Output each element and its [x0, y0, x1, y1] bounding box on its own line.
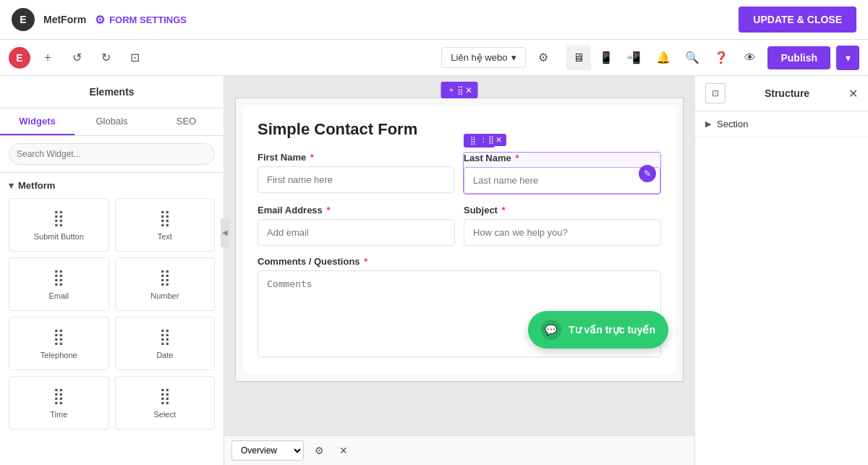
widget-time[interactable]: ⣿ Time — [9, 376, 109, 430]
right-panel-header: ⊡ Structure ✕ — [695, 76, 868, 111]
page-name-label: Liên hệ webo — [451, 52, 507, 63]
last-name-input[interactable] — [464, 167, 660, 194]
widget-select[interactable]: ⣿ Select — [115, 376, 216, 430]
form-close-icon[interactable]: ✕ — [465, 85, 472, 95]
last-name-x-icon[interactable]: ✕ — [495, 135, 502, 145]
form-drag-icon[interactable]: ⣿ — [457, 85, 464, 95]
redo-button[interactable]: ↻ — [94, 46, 117, 69]
form-title: Simple Contact Form — [258, 120, 661, 139]
canvas-area: ＋ ⣿ ✕ Simple Contact Form First Name * — [224, 76, 694, 465]
last-name-group: ⣿ ✕ ⣿ ✕ Last Name * — [463, 152, 661, 195]
responsive-button[interactable]: ⊡ — [123, 46, 146, 69]
main-layout: Elements Widgets Globals SEO Metform ⣿ S… — [0, 76, 868, 465]
first-name-required: * — [310, 152, 314, 163]
search-widget-input[interactable] — [9, 143, 215, 165]
tab-row: Widgets Globals SEO — [0, 108, 224, 136]
tab-seo[interactable]: SEO — [149, 108, 224, 135]
number-widget-icon: ⣿ — [159, 268, 171, 287]
widget-email[interactable]: ⣿ Email — [9, 257, 109, 311]
eye-button[interactable]: 👁 — [739, 46, 762, 69]
canvas-frame: Simple Contact Form First Name * — [235, 98, 684, 382]
email-required: * — [326, 205, 330, 216]
subject-input[interactable] — [464, 219, 661, 246]
widget-date[interactable]: ⣿ Date — [115, 317, 216, 370]
right-panel: ⊡ Structure ✕ ▶ Section — [694, 76, 868, 465]
select-widget-icon: ⣿ — [159, 387, 171, 406]
elementor-logo: E — [9, 47, 30, 69]
collapse-handle[interactable]: ◀ — [221, 218, 229, 247]
section-label: Section — [717, 119, 748, 129]
first-name-input[interactable] — [258, 166, 454, 193]
last-name-edit-button[interactable]: ✎ — [639, 165, 656, 182]
overview-bar: Overview ⚙ ✕ — [224, 435, 694, 465]
subject-label: Subject * — [464, 205, 661, 216]
form-row-email-subject: Email Address * Subject * — [258, 205, 661, 246]
last-name-required: * — [515, 153, 519, 163]
widget-submit-button-label: Submit Button — [34, 232, 84, 241]
telephone-widget-icon: ⣿ — [53, 328, 64, 346]
widget-text-label: Text — [158, 232, 172, 241]
widget-submit-button[interactable]: ⣿ Submit Button — [9, 198, 109, 252]
add-element-button[interactable]: ＋ — [36, 46, 59, 69]
time-widget-icon: ⣿ — [53, 387, 64, 406]
form-add-icon[interactable]: ＋ — [447, 84, 456, 96]
top-bar-left: E MetForm ⚙ FORM SETTINGS — [12, 8, 187, 31]
overview-settings-button[interactable]: ⚙ — [310, 441, 328, 460]
tablet-view-button[interactable]: 📱 — [594, 46, 618, 70]
last-name-label: Last Name * — [464, 153, 660, 163]
last-name-drag2-icon[interactable]: ⣿ — [488, 135, 494, 145]
right-panel-close-button[interactable]: ✕ — [848, 87, 858, 101]
publish-button[interactable]: Publish — [767, 46, 830, 69]
section-item[interactable]: ▶ Section — [695, 111, 868, 137]
widget-number[interactable]: ⣿ Number — [115, 257, 216, 311]
help-button[interactable]: ❓ — [710, 46, 733, 69]
left-panel: Elements Widgets Globals SEO Metform ⣿ S… — [0, 76, 224, 465]
comments-label: Comments / Questions * — [258, 256, 661, 267]
chat-label: Tư vấn trực tuyến — [569, 324, 655, 336]
email-input[interactable] — [258, 219, 455, 246]
metform-label: MetForm — [43, 14, 86, 25]
widget-time-label: Time — [50, 410, 67, 419]
tab-globals[interactable]: Globals — [75, 108, 149, 135]
notification-button[interactable]: 🔔 — [652, 46, 675, 69]
metform-section-label[interactable]: Metform — [9, 180, 215, 191]
email-label: Email Address * — [258, 205, 455, 216]
tab-widgets[interactable]: Widgets — [0, 108, 75, 135]
form-row-name: First Name * ⣿ ✕ — [258, 152, 661, 195]
metform-logo: E — [12, 8, 35, 31]
first-name-label: First Name * — [258, 152, 454, 163]
subject-required: * — [502, 205, 506, 216]
email-widget-icon: ⣿ — [53, 268, 64, 287]
text-widget-icon: ⣿ — [159, 209, 171, 228]
history-button[interactable]: ↺ — [65, 46, 88, 69]
search-button[interactable]: 🔍 — [681, 46, 704, 69]
last-name-grid-icon[interactable]: ⣿ — [468, 135, 478, 146]
overview-close-button[interactable]: ✕ — [334, 441, 353, 460]
view-buttons: 🖥 📱 📲 — [566, 46, 646, 70]
settings-icon-button[interactable]: ⚙ — [532, 46, 555, 69]
page-name-button[interactable]: Liên hệ webo ▾ — [441, 47, 526, 68]
chat-widget[interactable]: 💬 Tư vấn trực tuyến — [528, 311, 668, 349]
form-block-toolbar: ＋ ⣿ ✕ — [441, 82, 478, 98]
widget-number-label: Number — [150, 291, 179, 300]
widget-text[interactable]: ⣿ Text — [115, 198, 216, 252]
gear-icon: ⚙ — [95, 13, 105, 27]
page-name-chevron: ▾ — [511, 52, 516, 63]
metform-section: Metform ⣿ Submit Button ⣿ Text ⣿ Email ⣿… — [0, 173, 224, 437]
mobile-view-button[interactable]: 📲 — [621, 46, 646, 70]
widget-telephone[interactable]: ⣿ Telephone — [9, 317, 109, 370]
widget-email-label: Email — [48, 291, 69, 300]
structure-title: Structure — [765, 88, 809, 99]
submit-button-icon: ⣿ — [53, 209, 64, 228]
overview-select[interactable]: Overview — [231, 440, 304, 461]
publish-chevron-button[interactable]: ▾ — [836, 46, 859, 70]
form-settings-button[interactable]: ⚙ FORM SETTINGS — [95, 13, 187, 27]
email-group: Email Address * — [258, 205, 455, 246]
update-close-button[interactable]: UPDATE & CLOSE — [739, 7, 856, 33]
widget-grid: ⣿ Submit Button ⣿ Text ⣿ Email ⣿ Number … — [9, 198, 215, 430]
chat-icon: 💬 — [541, 320, 561, 340]
last-name-widget-toolbar: ⣿ ✕ — [484, 134, 506, 146]
desktop-view-button[interactable]: 🖥 — [566, 46, 591, 70]
subject-group: Subject * — [464, 205, 661, 246]
section-arrow-icon: ▶ — [705, 119, 711, 129]
